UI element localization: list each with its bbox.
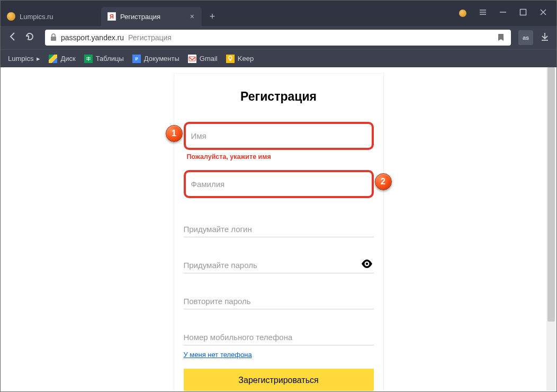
menu-icon[interactable]	[479, 8, 487, 18]
new-tab-button[interactable]: +	[204, 7, 221, 26]
reload-button[interactable]	[25, 32, 34, 43]
maximize-icon[interactable]	[519, 8, 527, 18]
phone-input[interactable]	[184, 329, 374, 345]
address-bar: passport.yandex.ru Регистрация as	[1, 26, 556, 49]
bookmarks-menu[interactable]: Lumpics ▸	[8, 55, 40, 63]
svg-point-18	[365, 263, 368, 265]
bookmark-label: Диск	[60, 55, 75, 63]
registration-card: Регистрация 1 Пожалуйста, укажите имя 2	[174, 74, 383, 391]
first-name-field-wrap: 1 Пожалуйста, укажите имя	[184, 122, 374, 161]
password-repeat-field	[184, 293, 374, 309]
bookmark-gmail[interactable]: Gmail	[188, 55, 218, 63]
titlebar: Lumpics.ru Я Регистрация × +	[1, 1, 556, 26]
drive-icon	[49, 55, 57, 63]
last-name-field-wrap: 2	[184, 170, 374, 198]
bookmark-label: Таблицы	[96, 55, 124, 63]
tab-label: Lumpics.ru	[20, 13, 53, 21]
svg-point-16	[229, 56, 232, 59]
password-repeat-input[interactable]	[184, 293, 374, 309]
close-window-icon[interactable]	[540, 8, 547, 18]
bookmark-label: Keep	[238, 55, 254, 63]
login-field	[184, 221, 374, 237]
gmail-icon	[188, 55, 196, 63]
no-phone-link[interactable]: У меня нет телефона	[184, 351, 252, 359]
url-host: passport.yandex.ru	[61, 33, 124, 42]
svg-rect-17	[229, 59, 231, 61]
close-tab-icon[interactable]: ×	[190, 13, 194, 20]
url-box[interactable]: passport.yandex.ru Регистрация	[45, 30, 511, 46]
page-content: Регистрация 1 Пожалуйста, укажите имя 2	[1, 67, 556, 391]
password-input[interactable]	[184, 257, 374, 273]
bookmark-drive[interactable]: Диск	[49, 55, 75, 63]
keep-icon	[226, 55, 235, 63]
bookmark-star-icon[interactable]	[497, 33, 506, 43]
page-title: Регистрация	[184, 90, 374, 104]
lock-icon	[50, 33, 57, 42]
callout-badge-1: 1	[166, 125, 183, 142]
yandex-favicon: Я	[107, 12, 116, 21]
bookmarks-bar: Lumpics ▸ Диск Таблицы Документы Gmail K…	[1, 49, 556, 67]
downloads-icon[interactable]	[541, 32, 549, 43]
tab-label: Регистрация	[120, 13, 160, 21]
minimize-icon[interactable]	[499, 8, 507, 18]
phone-field	[184, 329, 374, 345]
tab-lumpics[interactable]: Lumpics.ru	[1, 7, 101, 26]
first-name-error: Пожалуйста, укажите имя	[184, 153, 374, 161]
password-field	[184, 257, 374, 273]
window-controls	[450, 1, 556, 26]
url-path: Регистрация	[128, 33, 172, 42]
bookmark-keep[interactable]: Keep	[226, 55, 254, 63]
first-name-box	[184, 122, 374, 150]
scrollbar-thumb[interactable]	[547, 67, 555, 322]
login-input[interactable]	[184, 221, 374, 237]
bookmark-sheets[interactable]: Таблицы	[84, 55, 124, 63]
submit-button[interactable]: Зарегистрироваться	[184, 369, 374, 391]
callout-badge-2: 2	[375, 173, 392, 190]
chevron-down-icon: ▸	[37, 55, 40, 63]
sheets-icon	[84, 55, 93, 63]
show-password-icon[interactable]	[361, 260, 373, 270]
bookmarks-menu-label: Lumpics	[8, 55, 33, 63]
bookmark-label: Gmail	[200, 55, 218, 63]
bookmark-label: Документы	[144, 55, 179, 63]
lumpics-favicon	[7, 12, 15, 21]
first-name-input[interactable]	[191, 128, 366, 144]
last-name-box	[184, 170, 374, 198]
tab-registration[interactable]: Я Регистрация ×	[101, 7, 202, 26]
profile-dot-icon[interactable]	[459, 10, 466, 17]
svg-rect-7	[51, 37, 56, 41]
svg-rect-4	[520, 10, 526, 15]
bookmark-docs[interactable]: Документы	[132, 55, 179, 63]
extension-lastfm-icon[interactable]: as	[518, 30, 533, 45]
last-name-input[interactable]	[191, 176, 366, 192]
back-button[interactable]	[8, 32, 17, 43]
docs-icon	[132, 55, 141, 63]
scrollbar[interactable]	[546, 67, 556, 391]
